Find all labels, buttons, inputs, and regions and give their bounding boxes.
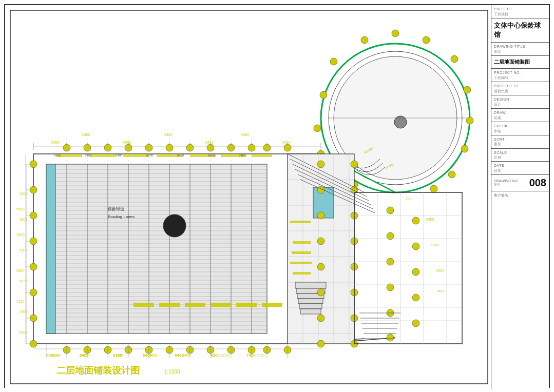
drawing-title-label-section: DRAWING TITLE 图名 (491, 43, 549, 56)
svg-rect-2 (46, 164, 267, 334)
svg-text:8400: 8400 (175, 353, 184, 358)
project-no-sub: 工程编号 (494, 75, 546, 80)
architectural-drawing: 6300 6400 6400 6400 6400 6400 6400 (5, 5, 493, 389)
svg-text:4150: 4150 (16, 300, 25, 303)
svg-point-179 (392, 30, 399, 37)
svg-rect-215 (290, 221, 311, 223)
svg-text:8200: 8200 (221, 354, 229, 357)
svg-rect-283 (262, 303, 282, 307)
client-section: 客户签名 (491, 191, 549, 389)
svg-text:6400: 6400 (177, 154, 184, 157)
svg-point-185 (448, 171, 455, 178)
sort-sub: 案别 (494, 142, 546, 146)
design-label: DESIGN (494, 97, 546, 102)
svg-text:6400: 6400 (205, 141, 214, 144)
svg-rect-278 (133, 303, 154, 307)
svg-point-242 (387, 334, 394, 341)
svg-point-245 (412, 268, 419, 276)
svg-rect-280 (185, 303, 205, 307)
svg-point-227 (317, 315, 324, 322)
project-no-label: PROJECT NO. (494, 70, 546, 75)
scale-section: SCALE 比例 (491, 149, 549, 162)
svg-point-177 (330, 58, 337, 65)
svg-point-150 (284, 144, 291, 151)
drawing-area: 6300 6400 6400 6400 6400 6400 6400 (5, 5, 493, 389)
svg-text:6400: 6400 (208, 154, 215, 157)
svg-text:7450: 7450 (436, 289, 445, 293)
svg-text:6400: 6400 (116, 154, 123, 157)
date-sub: 日期 (494, 168, 546, 173)
svg-text:5000: 5000 (16, 269, 25, 272)
svg-text:6145: 6145 (113, 353, 122, 358)
drawing-no-section: DRAWING NO. 图号 008 (491, 175, 549, 191)
svg-point-174 (394, 116, 407, 128)
drawing-number: 008 (529, 177, 546, 189)
scale-sub: 比例 (494, 155, 546, 160)
svg-text:7450: 7450 (246, 353, 256, 358)
svg-rect-209 (295, 282, 326, 288)
svg-text:6400: 6400 (80, 353, 89, 358)
svg-point-244 (412, 243, 419, 250)
svg-text:5950: 5950 (20, 310, 28, 313)
svg-text:6400: 6400 (239, 154, 246, 157)
svg-point-228 (317, 340, 324, 347)
svg-rect-94 (46, 164, 55, 334)
svg-rect-279 (159, 303, 180, 307)
svg-rect-218 (290, 262, 312, 264)
svg-text:二层地面铺装设计图: 二层地面铺装设计图 (56, 365, 140, 376)
svg-text:8200: 8200 (211, 353, 220, 358)
svg-text:6380: 6380 (20, 330, 28, 334)
svg-text:6400: 6400 (146, 154, 154, 157)
svg-text:6300: 6300 (51, 353, 61, 358)
svg-rect-133 (90, 154, 116, 157)
check-sub: 审核 (494, 129, 546, 133)
svg-text:1:1000: 1:1000 (164, 369, 180, 375)
svg-point-184 (461, 145, 468, 152)
svg-text:9200: 9200 (431, 243, 440, 247)
svg-text:5450: 5450 (54, 154, 61, 157)
svg-text:6400: 6400 (123, 141, 131, 144)
svg-text:6300: 6300 (51, 141, 60, 144)
svg-point-221 (317, 161, 324, 168)
svg-text:6400: 6400 (241, 133, 250, 136)
svg-text:6400: 6400 (164, 133, 173, 136)
svg-rect-138 (252, 154, 272, 157)
svg-point-226 (317, 289, 324, 296)
draw-label: DRAW (494, 110, 546, 115)
svg-text:5000: 5000 (20, 192, 28, 195)
svg-rect-282 (236, 303, 257, 307)
svg-rect-216 (293, 241, 311, 244)
title-block: PROJECT 工程项目 文体中心保龄球馆 DRAWING TITLE 图名 二… (491, 5, 549, 389)
svg-point-95 (163, 214, 186, 237)
svg-text:3800: 3800 (16, 233, 25, 237)
check-label: CHECK (494, 124, 546, 129)
svg-point-243 (412, 217, 419, 224)
date-label: DATE (494, 163, 546, 168)
project-cf-label: PROJECT CF (494, 84, 546, 89)
draw-section: DRAW 绘案 (491, 109, 549, 122)
svg-rect-281 (211, 303, 231, 307)
svg-rect-214 (300, 309, 321, 314)
svg-point-223 (317, 212, 324, 219)
svg-text:4150: 4150 (20, 279, 28, 283)
design-sub: 设计 (494, 102, 546, 107)
svg-text:7m: 7m (406, 197, 411, 201)
svg-point-190 (314, 125, 321, 132)
date-section: DATE 日期 (491, 162, 549, 175)
svg-text:7450: 7450 (257, 354, 265, 357)
scale-label: SCALE (494, 150, 546, 155)
svg-text:6400: 6400 (82, 133, 90, 136)
project-name-section: 文体中心保龄球馆 (491, 18, 549, 43)
sort-section: SORT 案别 (491, 135, 549, 149)
svg-point-181 (451, 55, 458, 63)
svg-text:8450: 8450 (426, 218, 434, 221)
sort-label: SORT (494, 137, 546, 142)
drawing-no-sub-label: 图号 (494, 183, 519, 187)
project-no-section: PROJECT NO. 工程编号 (491, 69, 549, 82)
drawing-title-sub: 图名 (494, 49, 546, 54)
drawing-title-value: 二层地面铺装图 (494, 58, 546, 66)
svg-text:5000: 5000 (20, 248, 28, 252)
drawing-title-label: DRAWING TITLE (494, 44, 546, 49)
svg-text:6400: 6400 (282, 141, 291, 144)
svg-point-229 (351, 161, 358, 168)
